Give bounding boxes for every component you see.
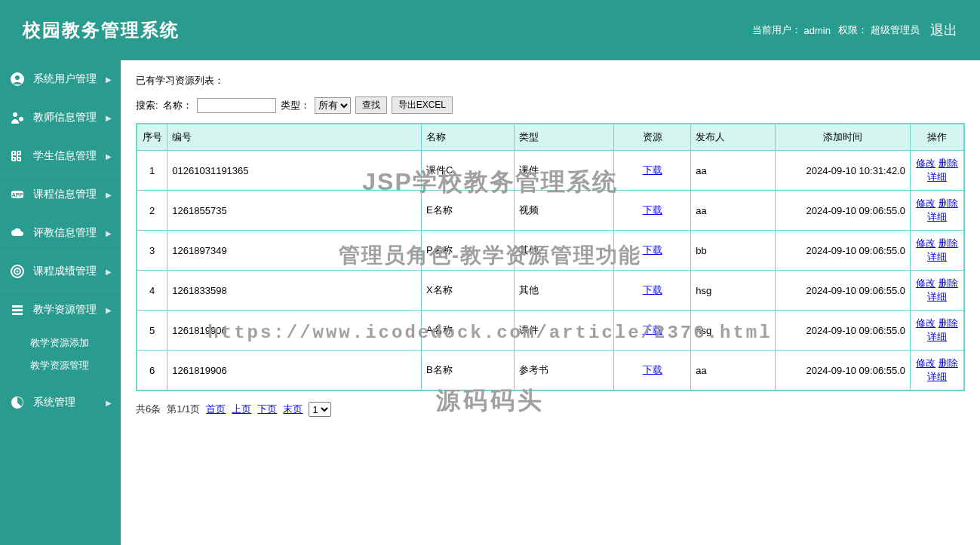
sidebar-item-label: 系统管理 [33, 396, 106, 409]
table-row: 41261833598X名称其他下载hsg2024-09-10 09:06:55… [137, 271, 964, 311]
col-code: 编号 [167, 124, 422, 151]
teacher-icon [9, 109, 26, 126]
sidebar-item-resource-mgmt[interactable]: 教学资源管理 ▶ [0, 290, 121, 329]
cell-resource: 下载 [614, 351, 691, 391]
sidebar-item-course-mgmt[interactable]: APP 课程信息管理 ▶ [0, 175, 121, 213]
download-link[interactable]: 下载 [643, 364, 662, 375]
delete-link[interactable]: 删除 [939, 158, 958, 169]
download-link[interactable]: 下载 [643, 324, 662, 335]
cell-type: 课件 [514, 311, 614, 351]
edit-link[interactable]: 修改 [916, 158, 935, 169]
delete-link[interactable]: 删除 [939, 237, 958, 249]
page-total: 共6条 [136, 403, 161, 416]
cell-code: 1261855735 [167, 191, 422, 231]
cell-name: A名称 [422, 311, 514, 351]
cell-code: 1261833598 [167, 271, 422, 311]
list-title: 已有学习资源列表： [136, 74, 965, 87]
cell-name: 课件C [422, 151, 514, 191]
table-header-row: 序号 编号 名称 类型 资源 发布人 添加时间 操作 [137, 124, 964, 151]
page-select[interactable]: 1 [309, 402, 331, 417]
header-user-area: 当前用户： admin 权限： 超级管理员 退出 [752, 21, 957, 39]
col-name: 名称 [422, 124, 514, 151]
main-content: 已有学习资源列表： 搜索: 名称： 类型： 所有 查找 导出EXCEL 序号 编… [121, 60, 980, 545]
cell-resource: 下载 [614, 151, 691, 191]
sidebar: 系统用户管理 ▶ 教师信息管理 ▶ 学生信息管理 ▶ APP 课程信息管理 ▶ … [0, 60, 121, 545]
target-icon [9, 263, 26, 280]
download-link[interactable]: 下载 [643, 284, 662, 295]
detail-link[interactable]: 详细 [927, 251, 947, 262]
sidebar-item-student-mgmt[interactable]: 学生信息管理 ▶ [0, 136, 121, 175]
delete-link[interactable]: 删除 [939, 317, 958, 329]
cell-ops: 修改 删除详细 [911, 271, 964, 311]
submenu-resource: 教学资源添加 教学资源管理 [0, 329, 121, 383]
svg-rect-10 [12, 309, 23, 311]
svg-text:APP: APP [12, 192, 23, 197]
cell-seq: 4 [137, 271, 167, 311]
detail-link[interactable]: 详细 [927, 371, 947, 382]
cell-ops: 修改 删除详细 [911, 311, 964, 351]
download-link[interactable]: 下载 [643, 244, 662, 256]
sidebar-item-grade-mgmt[interactable]: 课程成绩管理 ▶ [0, 252, 121, 290]
logout-link[interactable]: 退出 [930, 21, 957, 39]
cell-add-time: 2024-09-10 09:06:55.0 [776, 231, 911, 271]
cell-type: 其他 [514, 271, 614, 311]
cell-resource: 下载 [614, 311, 691, 351]
edit-link[interactable]: 修改 [916, 357, 935, 369]
type-select[interactable]: 所有 [315, 97, 351, 114]
student-icon [9, 148, 26, 164]
cell-type: 课件 [514, 151, 614, 191]
page-next-link[interactable]: 下页 [257, 403, 277, 416]
cell-add-time: 2024-09-10 09:06:55.0 [776, 351, 911, 391]
delete-link[interactable]: 删除 [939, 197, 958, 209]
search-name-input[interactable] [197, 98, 276, 113]
cell-publisher: hsg [691, 271, 776, 311]
sidebar-item-teacher-mgmt[interactable]: 教师信息管理 ▶ [0, 98, 121, 136]
submenu-item-resource-manage[interactable]: 教学资源管理 [30, 354, 121, 377]
current-user-label: 当前用户： [752, 23, 801, 37]
download-link[interactable]: 下载 [643, 204, 662, 216]
detail-link[interactable]: 详细 [927, 291, 947, 302]
cell-publisher: aa [691, 191, 776, 231]
col-publisher: 发布人 [691, 124, 776, 151]
search-bar: 搜索: 名称： 类型： 所有 查找 导出EXCEL [136, 96, 965, 114]
edit-link[interactable]: 修改 [916, 237, 935, 249]
cell-add-time: 2024-09-10 09:06:55.0 [776, 311, 911, 351]
submenu-item-resource-add[interactable]: 教学资源添加 [30, 332, 121, 354]
find-button[interactable]: 查找 [355, 96, 387, 114]
cell-name: X名称 [422, 271, 514, 311]
col-ops: 操作 [911, 124, 964, 151]
pagination: 共6条 第1/1页 首页 上页 下页 末页 1 [136, 402, 965, 417]
chart-icon [9, 394, 26, 411]
edit-link[interactable]: 修改 [916, 277, 935, 289]
page-prev-link[interactable]: 上页 [232, 403, 251, 416]
user-circle-icon [9, 71, 26, 87]
edit-link[interactable]: 修改 [916, 197, 935, 209]
sidebar-item-label: 课程信息管理 [33, 188, 106, 201]
detail-link[interactable]: 详细 [927, 331, 947, 342]
edit-link[interactable]: 修改 [916, 317, 935, 329]
cell-code: 1261897349 [167, 231, 422, 271]
sidebar-item-system-mgmt[interactable]: 系统管理 ▶ [0, 383, 121, 421]
app-title: 校园教务管理系统 [23, 18, 180, 42]
sidebar-item-user-mgmt[interactable]: 系统用户管理 ▶ [0, 60, 121, 98]
sidebar-item-eval-mgmt[interactable]: 评教信息管理 ▶ [0, 213, 121, 252]
page-last-link[interactable]: 末页 [283, 403, 303, 416]
cell-name: E名称 [422, 191, 514, 231]
detail-link[interactable]: 详细 [927, 171, 947, 182]
cell-type: 其他 [514, 231, 614, 271]
header: 校园教务管理系统 当前用户： admin 权限： 超级管理员 退出 [0, 0, 980, 60]
chevron-right-icon: ▶ [106, 229, 112, 237]
cell-publisher: hsg [691, 311, 776, 351]
export-excel-button[interactable]: 导出EXCEL [392, 96, 453, 114]
cell-seq: 6 [137, 351, 167, 391]
cell-name: P名称 [422, 231, 514, 271]
page-first-link[interactable]: 首页 [206, 403, 226, 416]
role-value: 超级管理员 [871, 23, 920, 37]
detail-link[interactable]: 详细 [927, 211, 947, 222]
delete-link[interactable]: 删除 [939, 357, 958, 369]
current-user-value: admin [804, 25, 831, 36]
delete-link[interactable]: 删除 [939, 277, 958, 289]
download-link[interactable]: 下载 [643, 164, 662, 176]
chevron-right-icon: ▶ [106, 75, 112, 84]
cell-ops: 修改 删除详细 [911, 231, 964, 271]
